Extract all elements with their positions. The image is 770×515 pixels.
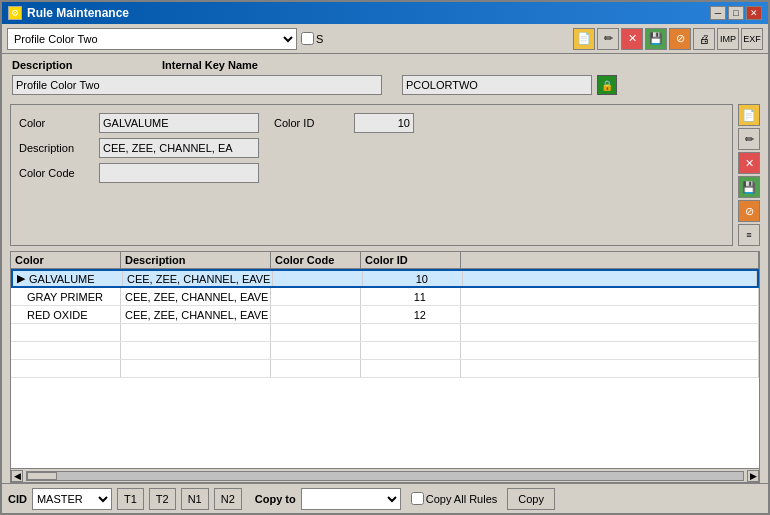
s-checkbox[interactable] — [301, 32, 314, 45]
scroll-right-btn[interactable]: ▶ — [747, 470, 759, 482]
desc-label: Description — [12, 59, 142, 71]
form-section: Description Internal Key Name 🔒 — [2, 54, 768, 104]
side-edit-button[interactable]: ✏ — [738, 128, 760, 150]
main-window: ⚙ Rule Maintenance ─ □ ✕ Profile Color T… — [0, 0, 770, 515]
lock-icon: 🔒 — [597, 75, 617, 95]
table-row — [11, 342, 759, 360]
table-row[interactable]: RED OXIDE CEE, ZEE, CHANNEL, EAVE 12 — [11, 306, 759, 324]
color-label: Color — [19, 117, 99, 129]
data-grid: Color Description Color Code Color ID ▶ … — [10, 251, 760, 483]
side-save-button[interactable]: 💾 — [738, 176, 760, 198]
side-delete-button[interactable]: ✕ — [738, 152, 760, 174]
delete-button[interactable]: ✕ — [621, 28, 643, 50]
color-code-row: Color Code — [19, 163, 724, 183]
internal-key-input[interactable] — [402, 75, 592, 95]
cell-extra-1 — [461, 288, 759, 305]
status-bar: CID MASTER T1 T2 N1 N2 Copy to Copy All … — [2, 483, 768, 513]
side-cancel-button[interactable]: ⊘ — [738, 200, 760, 222]
row-arrow-0: ▶ — [17, 272, 29, 285]
exp-button[interactable]: EXF — [741, 28, 763, 50]
edit-button[interactable]: ✏ — [597, 28, 619, 50]
cell-color-5 — [11, 360, 121, 377]
checkbox-s-wrapper: S — [301, 32, 323, 45]
color-id-value: 10 — [354, 113, 414, 133]
cell-id-1: 11 — [361, 288, 461, 305]
detail-panel: Color GALVALUME Color ID 10 Description … — [10, 104, 733, 246]
cell-id-4 — [361, 342, 461, 359]
cid-label: CID — [8, 493, 27, 505]
cell-color-3 — [11, 324, 121, 341]
cell-desc-5 — [121, 360, 271, 377]
scroll-track — [26, 471, 744, 481]
cancel-button[interactable]: ⊘ — [669, 28, 691, 50]
title-bar: ⚙ Rule Maintenance ─ □ ✕ — [2, 2, 768, 24]
form-row-desc-value: 🔒 — [12, 75, 758, 95]
side-extra-button[interactable]: ≡ — [738, 224, 760, 246]
cell-code-2 — [271, 306, 361, 323]
main-content: Description Internal Key Name 🔒 Color GA… — [2, 54, 768, 513]
scroll-left-btn[interactable]: ◀ — [11, 470, 23, 482]
cell-extra-4 — [461, 342, 759, 359]
color-code-label: Color Code — [19, 167, 99, 179]
master-dropdown[interactable]: MASTER — [32, 488, 112, 510]
toolbar: Profile Color Two S 📄 ✏ ✕ 💾 ⊘ 🖨 IMP EXF — [2, 24, 768, 54]
cell-desc-3 — [121, 324, 271, 341]
color-code-value — [99, 163, 259, 183]
description-row: Description CEE, ZEE, CHANNEL, EA — [19, 138, 724, 158]
cell-extra-2 — [461, 306, 759, 323]
description-input[interactable] — [12, 75, 382, 95]
save-button[interactable]: 💾 — [645, 28, 667, 50]
cell-extra-5 — [461, 360, 759, 377]
table-row — [11, 324, 759, 342]
table-row[interactable]: GRAY PRIMER CEE, ZEE, CHANNEL, EAVE 11 — [11, 288, 759, 306]
minimize-button[interactable]: ─ — [710, 6, 726, 20]
color-row: Color GALVALUME Color ID 10 — [19, 113, 724, 133]
close-button[interactable]: ✕ — [746, 6, 762, 20]
desc2-value: CEE, ZEE, CHANNEL, EA — [99, 138, 259, 158]
n1-button[interactable]: N1 — [181, 488, 209, 510]
cell-color-4 — [11, 342, 121, 359]
n2-button[interactable]: N2 — [214, 488, 242, 510]
desc2-label: Description — [19, 142, 99, 154]
maximize-button[interactable]: □ — [728, 6, 744, 20]
cell-id-0: 10 — [363, 271, 463, 286]
title-buttons: ─ □ ✕ — [710, 6, 762, 20]
cell-desc-4 — [121, 342, 271, 359]
copy-all-wrapper: Copy All Rules — [411, 492, 498, 505]
print-button[interactable]: 🖨 — [693, 28, 715, 50]
cell-id-2: 12 — [361, 306, 461, 323]
cell-id-5 — [361, 360, 461, 377]
color-id-label: Color ID — [274, 117, 354, 129]
copy-to-dropdown[interactable] — [301, 488, 401, 510]
cell-code-5 — [271, 360, 361, 377]
t2-button[interactable]: T2 — [149, 488, 176, 510]
app-icon: ⚙ — [8, 6, 22, 20]
cell-desc-0: CEE, ZEE, CHANNEL, EAVE — [123, 271, 273, 286]
horizontal-scrollbar[interactable]: ◀ ▶ — [11, 468, 759, 482]
new-button[interactable]: 📄 — [573, 28, 595, 50]
side-new-button[interactable]: 📄 — [738, 104, 760, 126]
grid-body: ▶ GALVALUME CEE, ZEE, CHANNEL, EAVE 10 G… — [11, 269, 759, 468]
detail-wrapper: Color GALVALUME Color ID 10 Description … — [10, 104, 760, 246]
form-row-desc-label: Description Internal Key Name — [12, 59, 758, 71]
imp-button[interactable]: IMP — [717, 28, 739, 50]
table-row[interactable]: ▶ GALVALUME CEE, ZEE, CHANNEL, EAVE 10 — [11, 269, 759, 288]
profile-dropdown[interactable]: Profile Color Two — [7, 28, 297, 50]
col-header-color-code: Color Code — [271, 252, 361, 268]
cell-color-0: ▶ GALVALUME — [13, 271, 123, 286]
title-bar-left: ⚙ Rule Maintenance — [8, 6, 129, 20]
copy-button[interactable]: Copy — [507, 488, 555, 510]
cell-color-1: GRAY PRIMER — [11, 288, 121, 305]
copy-all-checkbox[interactable] — [411, 492, 424, 505]
side-buttons: 📄 ✏ ✕ 💾 ⊘ ≡ — [738, 104, 760, 246]
t1-button[interactable]: T1 — [117, 488, 144, 510]
copy-all-label: Copy All Rules — [426, 493, 498, 505]
grid-header: Color Description Color Code Color ID — [11, 252, 759, 269]
cell-desc-1: CEE, ZEE, CHANNEL, EAVE — [121, 288, 271, 305]
scroll-thumb[interactable] — [27, 472, 57, 480]
col-header-extra — [461, 252, 759, 268]
col-header-color: Color — [11, 252, 121, 268]
cell-id-3 — [361, 324, 461, 341]
cell-extra-0 — [463, 271, 757, 286]
col-header-color-id: Color ID — [361, 252, 461, 268]
